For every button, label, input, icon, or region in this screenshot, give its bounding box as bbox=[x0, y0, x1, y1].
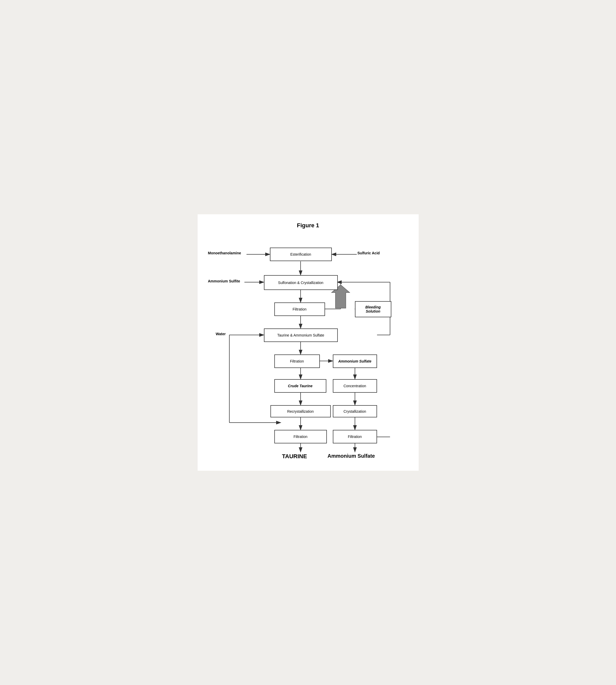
page: Figure 1 bbox=[198, 214, 419, 471]
ammonium-sulfite-label: Ammonium Sulfite bbox=[208, 279, 240, 283]
figure-title: Figure 1 bbox=[208, 222, 408, 229]
ammonium-sulfate-bottom-label: Ammonium Sulfate bbox=[328, 453, 375, 459]
diagram: Esterification Sulfonation & Crystalliza… bbox=[208, 237, 408, 460]
bleeding-solution-box: Bleeding Solution bbox=[355, 301, 391, 317]
water-label: Water bbox=[216, 332, 226, 336]
sulfonation-box: Sulfonation & Crystallization bbox=[264, 275, 338, 290]
monoethanolamine-label: Monoethanolamine bbox=[208, 251, 241, 255]
recrystallization-box: Recrystallization bbox=[270, 405, 331, 417]
filtration1-box: Filtration bbox=[274, 303, 325, 316]
filtration4-box: Filtration bbox=[333, 430, 377, 443]
ammonium-sulfate-output-box: Ammonium Sulfate bbox=[333, 354, 377, 368]
crude-taurine-box: Crude Taurine bbox=[274, 379, 326, 393]
filtration3-box: Filtration bbox=[274, 430, 327, 443]
taurine-bottom-label: TAURINE bbox=[282, 453, 307, 460]
taurine-ammonium-box: Taurine & Ammonium Sulfate bbox=[264, 329, 338, 342]
filtration2-box: Filtration bbox=[274, 354, 320, 368]
esterification-box: Esterification bbox=[270, 248, 332, 261]
concentration-box: Concentration bbox=[333, 379, 377, 393]
sulfuric-acid-label: Sulfuric Acid bbox=[357, 251, 380, 255]
flow-arrows bbox=[208, 237, 408, 460]
crystallization-box: Crystallization bbox=[333, 405, 377, 417]
